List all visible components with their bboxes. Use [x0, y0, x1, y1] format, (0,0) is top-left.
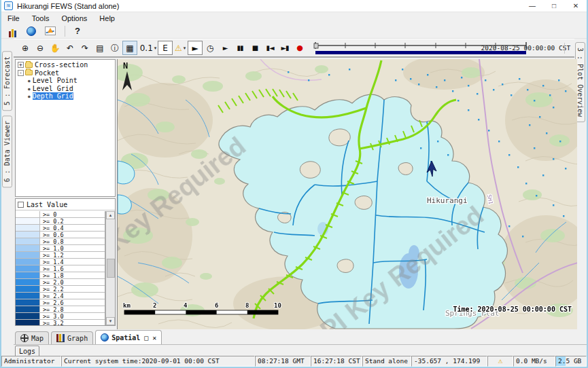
legend-row[interactable]: >= 1.2 — [16, 252, 105, 259]
legend-swatch — [16, 225, 40, 231]
window-controls: — □ ✕ — [521, 0, 587, 12]
help-button[interactable]: ? — [72, 26, 83, 36]
legend-row-label: >= 3.0 — [40, 313, 64, 319]
pan-button[interactable]: ✋ — [48, 41, 63, 55]
title-bar: ≈ Hikurangi FEWS (Stand alone) — □ ✕ — [1, 0, 587, 12]
expander-icon[interactable]: + — [18, 62, 24, 68]
maximize-button[interactable]: □ — [543, 0, 565, 12]
legend-row[interactable]: >= 0.4 — [16, 225, 105, 232]
longitudinal-profile-icon: E — [162, 44, 168, 52]
longitudinal-profile-button[interactable]: E — [158, 41, 173, 55]
legend-swatch — [16, 259, 40, 265]
tree-item-level-grid[interactable]: ●Level Grid — [16, 85, 115, 93]
set-time-button[interactable]: ◷ — [203, 41, 218, 55]
pan-icon: ✋ — [50, 44, 60, 52]
legend-row[interactable]: >= 0.6 — [16, 232, 105, 238]
status-alert-icon: ⚠ — [487, 356, 513, 367]
tab-graph[interactable]: Graph — [51, 331, 93, 344]
chart-arrow-icon — [45, 26, 56, 35]
timeline-slider[interactable] — [313, 40, 477, 56]
legend-header: Last Value — [16, 199, 115, 210]
restore-icon[interactable]: □ — [144, 334, 148, 342]
dropdown-arrow-icon: ▾ — [154, 45, 157, 51]
menu-help[interactable]: Help — [93, 14, 121, 23]
legend-row[interactable]: >= 2.0 — [16, 279, 105, 286]
legend-row[interactable]: >= 1.4 — [16, 259, 105, 265]
tree-item-level-point[interactable]: ●Level Point — [16, 77, 115, 85]
last-value-checkbox[interactable] — [18, 202, 24, 208]
legend-row[interactable]: >= 2.8 — [16, 306, 105, 313]
close-button[interactable]: ✕ — [565, 0, 587, 12]
expander-icon[interactable]: - — [18, 70, 24, 76]
set-time-icon: ◷ — [207, 44, 213, 52]
left-tab-strip: 5 : Forecast6 : Data Viewer — [1, 51, 14, 353]
play-button[interactable]: ► — [218, 41, 232, 55]
legend-scrollbar[interactable]: ▲ ▼ — [105, 211, 115, 325]
svg-text:6: 6 — [215, 302, 218, 309]
zoom-in-button[interactable]: ⊕ — [18, 41, 33, 55]
animation-button[interactable]: ► — [188, 41, 203, 55]
legend-row[interactable]: >= 2.2 — [16, 286, 105, 293]
legend-row[interactable]: >= 3.2 — [16, 320, 105, 325]
legend-row-label: >= 2.2 — [40, 286, 64, 292]
tab-label: Graph — [67, 335, 88, 342]
menu-tools[interactable]: Tools — [26, 14, 56, 23]
animation-icon: ► — [192, 44, 198, 52]
timeline-handle[interactable] — [314, 43, 318, 48]
tab-map[interactable]: Map — [15, 331, 49, 344]
zoom-previous-button[interactable]: ↶ — [63, 41, 77, 55]
tab-spatial[interactable]: Spatial□✕ — [95, 330, 162, 344]
timeseries-display-button[interactable] — [43, 25, 58, 37]
tree-item-label: Level Grid — [33, 85, 73, 92]
legend-row[interactable]: >= 3.0 — [16, 313, 105, 320]
app-icon: ≈ — [4, 1, 13, 10]
legend-row[interactable]: >= 0.2 — [16, 218, 105, 225]
grid-button[interactable]: ▦ — [122, 41, 137, 55]
tree-item-cross-section[interactable]: +Cross-section — [16, 61, 115, 69]
scale-unit-label: km — [123, 302, 131, 309]
menu-bar: FileToolsOptionsHelp — [1, 12, 587, 24]
map-canvas[interactable]: API Key Required API Key Required Hikura… — [118, 59, 577, 329]
stop-button[interactable]: ■ — [247, 41, 262, 55]
warnings-dropdown[interactable]: ⚠▾ — [173, 41, 188, 55]
layers-icon: ▤ — [96, 44, 103, 52]
scroll-up-icon[interactable]: ▲ — [106, 211, 115, 219]
tree-item-depth-grid[interactable]: ●Depth Grid — [16, 92, 115, 100]
step-forward-button[interactable]: ►▮ — [277, 41, 292, 55]
record-button[interactable]: ● — [292, 41, 307, 55]
scroll-thumb[interactable] — [107, 259, 115, 278]
menu-options[interactable]: Options — [55, 14, 93, 23]
legend-row[interactable]: >= 1.6 — [16, 265, 105, 272]
database-display-button[interactable] — [5, 25, 20, 37]
side-tab-data-viewer[interactable]: 6 : Data Viewer — [2, 115, 12, 187]
legend-row[interactable]: >= 0.8 — [16, 238, 105, 245]
threshold-dropdown[interactable]: 0.1▾ — [137, 41, 158, 55]
layers-button[interactable]: ▤ — [92, 41, 107, 55]
menu-file[interactable]: File — [1, 14, 26, 23]
step-back-button[interactable]: ▮◄ — [262, 41, 277, 55]
town-label: Hikurangi — [427, 196, 468, 205]
scroll-down-icon[interactable]: ▼ — [106, 317, 115, 325]
legend-row[interactable]: >= 2.4 — [16, 293, 105, 299]
zoom-next-button[interactable]: ↷ — [77, 41, 92, 55]
legend-row-label: >= 3.2 — [40, 320, 64, 325]
legend-row[interactable]: >= 1.8 — [16, 272, 105, 279]
status-local-time: 16:27:18 CST — [311, 356, 362, 367]
map-display-button[interactable] — [24, 25, 39, 37]
zoom-out-button[interactable]: ⊖ — [33, 41, 48, 55]
minimize-button[interactable]: — — [521, 0, 543, 12]
tree-item-pocket[interactable]: -Pocket — [16, 69, 115, 77]
legend-row[interactable]: >= 1.0 — [16, 245, 105, 252]
info-button[interactable]: ⓘ — [107, 41, 122, 55]
zoom-out-icon: ⊖ — [37, 44, 44, 52]
legend-row[interactable]: >= 2.6 — [16, 299, 105, 306]
dropdown-arrow-icon: ▾ — [184, 45, 186, 51]
legend-swatch — [16, 211, 40, 217]
bullet-icon: ● — [28, 86, 31, 91]
legend-row-label: >= 0.2 — [40, 218, 64, 224]
legend-row[interactable]: >= 0 — [16, 211, 105, 218]
pause-button[interactable]: ▮▮ — [232, 41, 247, 55]
side-tab-forecast[interactable]: 5 : Forecast — [2, 51, 12, 111]
tree-item-label: Pocket — [35, 69, 59, 77]
close-icon[interactable]: ✕ — [152, 334, 156, 342]
